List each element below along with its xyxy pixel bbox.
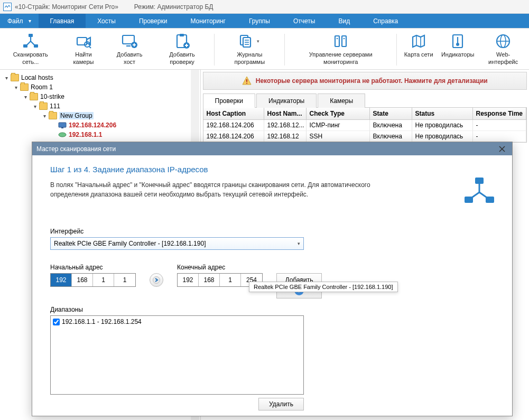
col-header[interactable]: State bbox=[370, 108, 412, 120]
monitor-icon bbox=[58, 122, 67, 128]
warning-text: Некоторые сервера мониторинга не работаю… bbox=[256, 77, 488, 85]
router-icon bbox=[58, 132, 67, 138]
svg-rect-16 bbox=[180, 34, 184, 36]
tree-label-selected[interactable]: New Group bbox=[59, 112, 94, 119]
range-text: 192.168.1.1 - 192.168.1.254 bbox=[62, 318, 142, 325]
interface-label: Интерфейс bbox=[50, 228, 494, 235]
cell: 192.168.12... bbox=[264, 120, 307, 131]
col-header[interactable]: Check Type bbox=[307, 108, 370, 120]
ip-octet[interactable] bbox=[114, 274, 135, 286]
svg-point-28 bbox=[343, 38, 345, 40]
tab-help[interactable]: Справка bbox=[361, 14, 410, 28]
ribbon-label: Добавить хост bbox=[110, 51, 149, 66]
mode-label: Режим: Администратор БД bbox=[134, 3, 214, 11]
add-check-button[interactable]: Добавить проверку bbox=[153, 32, 211, 67]
arrow-right-button[interactable] bbox=[150, 273, 163, 287]
file-menu[interactable]: Файл ▾ bbox=[0, 14, 39, 28]
start-address-input[interactable] bbox=[50, 273, 136, 287]
tree-label[interactable]: 10-strike bbox=[40, 93, 64, 100]
step-description: В полях "Начальный адрес" и "Конечный ад… bbox=[50, 180, 410, 199]
indicators-button[interactable]: Индикаторы bbox=[438, 32, 477, 67]
folder-icon bbox=[39, 102, 48, 110]
ranges-listbox[interactable]: 192.168.1.1 - 192.168.1.254 bbox=[50, 315, 304, 395]
ribbon: Сканировать сеть... Найти камеры Добавит… bbox=[0, 29, 529, 70]
col-header[interactable]: Host Nam... bbox=[264, 108, 307, 120]
collapse-icon[interactable]: ▾ bbox=[32, 104, 38, 109]
scan-network-button[interactable]: Сканировать сеть... bbox=[1, 32, 60, 67]
add-host-button[interactable]: Добавить хост bbox=[107, 32, 152, 67]
range-checkbox[interactable] bbox=[53, 319, 60, 325]
tree-label[interactable]: Local hosts bbox=[21, 74, 53, 81]
app-logo-icon bbox=[3, 3, 12, 11]
tab-monitoring[interactable]: Мониторинг bbox=[179, 14, 237, 28]
warning-bar[interactable]: Некоторые сервера мониторинга не работаю… bbox=[203, 72, 527, 90]
tab-label: Справка bbox=[373, 17, 398, 25]
table-row[interactable]: 192.168.124.206 192.168.12... ICMP-пинг … bbox=[203, 120, 526, 131]
ribbon-label: Журналы программы bbox=[221, 51, 278, 66]
documents-icon bbox=[237, 33, 254, 50]
ip-octet[interactable] bbox=[178, 274, 199, 286]
svg-rect-6 bbox=[77, 38, 87, 45]
content-tabs: Проверки Индикаторы Камеры bbox=[203, 93, 527, 108]
cell: ICMP-пинг bbox=[307, 120, 370, 131]
col-header[interactable]: Status bbox=[412, 108, 473, 120]
monitor-plus-icon bbox=[121, 33, 138, 50]
close-button[interactable] bbox=[496, 144, 508, 154]
tab-groups[interactable]: Группы bbox=[237, 14, 282, 28]
ip-octet[interactable] bbox=[199, 274, 220, 286]
tab-cameras[interactable]: Камеры bbox=[318, 94, 365, 108]
cell: Не проводилась bbox=[412, 120, 473, 131]
collapse-icon[interactable]: ▾ bbox=[41, 113, 48, 119]
tab-checks[interactable]: Проверки bbox=[203, 94, 256, 108]
col-header[interactable]: Host Caption bbox=[203, 108, 264, 120]
tab-indicators[interactable]: Индикаторы bbox=[256, 94, 317, 108]
camera-search-icon bbox=[75, 33, 92, 50]
ip-octet[interactable] bbox=[51, 274, 72, 286]
tree-label[interactable]: 111 bbox=[50, 102, 60, 110]
web-interface-button[interactable]: Web-интерфейс bbox=[478, 32, 528, 67]
folder-icon bbox=[30, 93, 38, 100]
collapse-icon[interactable]: ▾ bbox=[3, 75, 10, 81]
interface-select[interactable]: Realtek PCIe GBE Family Controller - [19… bbox=[50, 237, 304, 250]
separator bbox=[396, 34, 397, 66]
tab-view[interactable]: Вид bbox=[327, 14, 361, 28]
collapse-icon[interactable]: ▾ bbox=[22, 94, 29, 100]
find-cameras-button[interactable]: Найти камеры bbox=[61, 32, 106, 67]
svg-point-51 bbox=[153, 277, 160, 284]
col-header[interactable]: Response Time bbox=[473, 108, 526, 120]
tab-label: Хосты bbox=[97, 17, 116, 25]
svg-line-9 bbox=[89, 46, 91, 48]
chevron-down-icon[interactable]: ▾ bbox=[254, 33, 262, 50]
ip-octet[interactable] bbox=[93, 274, 114, 286]
collapse-icon[interactable]: ▾ bbox=[13, 85, 19, 90]
tree-host[interactable]: 192.168.124.206 bbox=[69, 122, 116, 129]
delete-range-button[interactable]: Удалить bbox=[258, 398, 304, 410]
end-address-label: Конечный адрес bbox=[177, 264, 263, 271]
network-icon bbox=[22, 33, 39, 50]
step-title: Шаг 1 из 4. Задание диапазона IP-адресов bbox=[50, 165, 494, 174]
network-map-button[interactable]: Карта сети bbox=[400, 32, 437, 67]
svg-rect-49 bbox=[465, 197, 473, 203]
tree-host[interactable]: 192.168.1.1 bbox=[69, 131, 102, 138]
tree-label[interactable]: Room 1 bbox=[31, 83, 53, 91]
list-item[interactable]: 192.168.1.1 - 192.168.1.254 bbox=[53, 318, 301, 325]
ip-octet[interactable] bbox=[220, 274, 241, 286]
folder-icon bbox=[20, 83, 29, 91]
svg-rect-25 bbox=[335, 36, 339, 46]
chevron-down-icon: ▾ bbox=[29, 18, 31, 24]
map-icon bbox=[410, 33, 427, 50]
cell: Включена bbox=[370, 120, 412, 131]
svg-rect-5 bbox=[34, 44, 38, 48]
tab-label: Отчеты bbox=[293, 17, 315, 25]
tab-reports[interactable]: Отчеты bbox=[282, 14, 327, 28]
folder-icon bbox=[11, 74, 19, 81]
ip-octet[interactable] bbox=[72, 274, 93, 286]
tab-main[interactable]: Главная bbox=[39, 14, 86, 28]
server-management-button[interactable]: Управление серверами мониторинга bbox=[288, 32, 393, 67]
tab-hosts[interactable]: Хосты bbox=[86, 14, 127, 28]
program-logs-button[interactable]: ▾ Журналы программы bbox=[218, 32, 281, 67]
tab-checks[interactable]: Проверки bbox=[127, 14, 179, 28]
dialog-titlebar[interactable]: Мастер сканирования сети bbox=[32, 142, 512, 155]
table-row[interactable]: 192.168.124.206 192.168.12 SSH Включена … bbox=[203, 131, 526, 142]
file-menu-label: Файл bbox=[7, 17, 23, 25]
